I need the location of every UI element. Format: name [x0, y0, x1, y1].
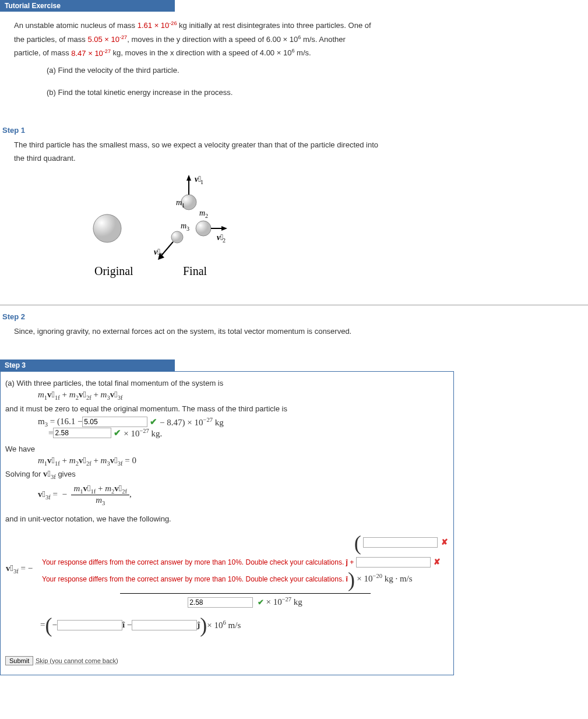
text: − 8.47) × 10−27 kg — [157, 417, 223, 428]
svg-text:2: 2 — [205, 213, 208, 219]
step2-title: Step 2 — [0, 310, 588, 323]
m3-input-1[interactable] — [82, 417, 147, 427]
text: î − — [122, 620, 132, 630]
part-a: (a) Find the velocity of the third parti… — [47, 64, 574, 77]
svg-text:Original: Original — [94, 265, 133, 278]
text: and in unit-vector notation, we have the… — [5, 514, 449, 523]
svg-text:m: m — [181, 221, 186, 230]
svg-text:m: m — [199, 209, 205, 217]
check-icon: ✔ — [150, 417, 157, 427]
skip-link[interactable]: Skip (you cannot come back) — [36, 657, 118, 664]
text: , moves in the y direction with a speed … — [127, 35, 298, 44]
paren: ) — [200, 613, 207, 637]
part-b: (b) Find the total kinetic energy increa… — [47, 86, 574, 99]
text: − — [52, 620, 57, 630]
svg-text:1: 1 — [200, 179, 203, 185]
text: and it must be zero to equal the origina… — [5, 404, 449, 413]
svg-text:m: m — [176, 198, 182, 207]
svg-text:3: 3 — [160, 252, 163, 258]
paren: ( — [354, 531, 361, 555]
svg-text:1: 1 — [182, 202, 185, 209]
m3-input-2[interactable] — [53, 428, 111, 438]
momentum-diagram: Original m 1 v⃗ 1 m 2 v⃗ 2 — [72, 170, 574, 291]
submit-button[interactable]: Submit — [5, 656, 33, 665]
text: = — [40, 620, 45, 630]
text: × 10−27 kg. — [121, 428, 162, 439]
step3-header: Step 3 — [0, 360, 175, 371]
feedback-message: Your response differs from the correct a… — [42, 568, 448, 592]
tutorial-header: Tutorial Exercise — [0, 0, 175, 12]
step1-content: The third particle has the smallest mass… — [0, 137, 588, 300]
step1-title: Step 1 — [0, 124, 588, 137]
svg-point-0 — [93, 214, 121, 242]
eq-prefix: m3 = (16.1 − — [38, 417, 82, 428]
text: Since, ignoring gravity, no external for… — [14, 325, 574, 338]
svg-point-16 — [171, 231, 183, 243]
svg-point-9 — [196, 221, 211, 236]
equation: v⃗3f = − m1v⃗1f + m2v⃗2f m3 , — [38, 484, 449, 506]
text: Solving for v⃗3f gives — [5, 469, 449, 480]
svg-marker-11 — [221, 226, 227, 231]
svg-text:3: 3 — [186, 225, 189, 232]
text: × 106 m/s — [207, 619, 241, 630]
equation: m1v⃗1f + m2v⃗2f + m3v⃗3f = 0 — [38, 456, 449, 467]
text: We have — [5, 445, 449, 453]
check-icon: ✔ — [114, 428, 121, 438]
text: m/s. — [294, 49, 311, 58]
result-input-i[interactable] — [57, 620, 122, 630]
text: × 10−27 kg — [266, 597, 302, 607]
result-input-j[interactable] — [132, 620, 197, 630]
value: 8.47 × 10-27 — [71, 49, 111, 58]
denominator-input[interactable] — [188, 597, 253, 608]
text: kg initially at rest disintegrates into … — [177, 21, 371, 30]
svg-text:Final: Final — [183, 265, 207, 277]
text: the third quadrant. — [14, 151, 574, 165]
value: 5.05 × 10-27 — [87, 35, 127, 44]
equation: m1v⃗1f + m2v⃗2f + m3v⃗3f — [38, 390, 449, 401]
paren: ( — [45, 613, 52, 637]
cross-icon: ✘ — [434, 557, 441, 566]
text: particle, of mass — [14, 49, 71, 58]
numerator-input-i[interactable] — [363, 537, 438, 548]
text: = — [48, 428, 53, 438]
step3-content: (a) With three particles, the total fina… — [0, 371, 454, 675]
problem-statement: An unstable atomic nucleus of mass 1.61 … — [0, 12, 588, 106]
text: The third particle has the smallest mass… — [14, 138, 574, 151]
equation-lhs: v⃗3f = − — [5, 530, 41, 608]
step2-content: Since, ignoring gravity, no external for… — [0, 323, 588, 345]
text: m/s. Another — [301, 35, 346, 44]
svg-text:2: 2 — [223, 237, 226, 244]
svg-marker-4 — [186, 175, 191, 181]
text: An unstable atomic nucleus of mass — [14, 21, 138, 30]
numerator-input-j[interactable] — [356, 557, 431, 568]
check-icon: ✔ — [258, 598, 264, 607]
value: 1.61 × 10-26 — [138, 21, 177, 30]
text: kg, moves in the x direction with a spee… — [111, 49, 291, 58]
cross-icon: ✘ — [441, 537, 448, 547]
feedback-message: Your response differs from the correct a… — [42, 557, 448, 568]
text: (a) With three particles, the total fina… — [5, 379, 449, 387]
text: the particles, of mass — [14, 35, 87, 44]
